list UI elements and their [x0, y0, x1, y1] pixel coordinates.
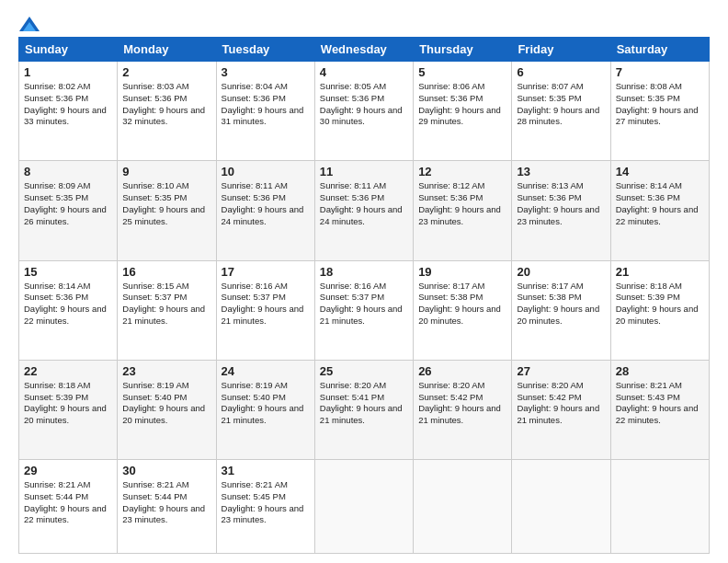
- calendar-cell: 11 Sunrise: 8:11 AMSunset: 5:36 PMDaylig…: [314, 161, 413, 260]
- day-number: 17: [222, 265, 310, 279]
- cell-info: Sunrise: 8:09 AMSunset: 5:35 PMDaylight:…: [24, 180, 107, 225]
- calendar-cell: [314, 460, 413, 554]
- calendar-cell: 27 Sunrise: 8:20 AMSunset: 5:42 PMDaylig…: [512, 360, 610, 459]
- cell-info: Sunrise: 8:11 AMSunset: 5:36 PMDaylight:…: [320, 180, 403, 225]
- cell-info: Sunrise: 8:14 AMSunset: 5:36 PMDaylight:…: [616, 180, 699, 225]
- logo: [18, 17, 41, 28]
- cell-info: Sunrise: 8:13 AMSunset: 5:36 PMDaylight:…: [517, 180, 599, 225]
- day-number: 11: [320, 165, 408, 178]
- logo-icon: [19, 17, 40, 31]
- day-number: 20: [517, 265, 605, 279]
- cell-info: Sunrise: 8:19 AMSunset: 5:40 PMDaylight:…: [222, 380, 304, 425]
- cell-info: Sunrise: 8:10 AMSunset: 5:35 PMDaylight:…: [122, 180, 205, 225]
- cell-info: Sunrise: 8:21 AMSunset: 5:44 PMDaylight:…: [24, 479, 107, 524]
- calendar-cell: 26 Sunrise: 8:20 AMSunset: 5:42 PMDaylig…: [414, 360, 512, 459]
- cell-info: Sunrise: 8:21 AMSunset: 5:45 PMDaylight:…: [222, 479, 304, 524]
- calendar-cell: 8 Sunrise: 8:09 AMSunset: 5:35 PMDayligh…: [19, 161, 118, 260]
- calendar-cell: 3 Sunrise: 8:04 AMSunset: 5:36 PMDayligh…: [216, 62, 314, 161]
- calendar-cell: 9 Sunrise: 8:10 AMSunset: 5:35 PMDayligh…: [118, 161, 216, 260]
- calendar-cell: 2 Sunrise: 8:03 AMSunset: 5:36 PMDayligh…: [118, 62, 216, 161]
- calendar-day-header: Saturday: [610, 38, 709, 62]
- cell-info: Sunrise: 8:18 AMSunset: 5:39 PMDaylight:…: [616, 281, 699, 326]
- day-number: 7: [616, 65, 704, 79]
- day-number: 6: [517, 65, 605, 79]
- calendar-day-header: Monday: [118, 38, 216, 62]
- calendar-day-header: Thursday: [414, 38, 512, 62]
- calendar-cell: 6 Sunrise: 8:07 AMSunset: 5:35 PMDayligh…: [512, 62, 610, 161]
- calendar-cell: 15 Sunrise: 8:14 AMSunset: 5:36 PMDaylig…: [19, 260, 118, 360]
- calendar-cell: 13 Sunrise: 8:13 AMSunset: 5:36 PMDaylig…: [512, 161, 610, 260]
- day-number: 2: [122, 65, 210, 79]
- day-number: 30: [122, 464, 210, 477]
- cell-info: Sunrise: 8:20 AMSunset: 5:42 PMDaylight:…: [418, 380, 501, 425]
- day-number: 14: [616, 165, 704, 178]
- day-number: 16: [122, 265, 210, 279]
- cell-info: Sunrise: 8:16 AMSunset: 5:37 PMDaylight:…: [320, 281, 403, 326]
- cell-info: Sunrise: 8:06 AMSunset: 5:36 PMDaylight:…: [418, 81, 501, 126]
- day-number: 15: [24, 265, 112, 279]
- calendar: SundayMondayTuesdayWednesdayThursdayFrid…: [18, 37, 710, 554]
- cell-info: Sunrise: 8:16 AMSunset: 5:37 PMDaylight:…: [222, 281, 304, 326]
- day-number: 18: [320, 265, 408, 279]
- day-number: 5: [418, 65, 506, 79]
- cell-info: Sunrise: 8:04 AMSunset: 5:36 PMDaylight:…: [222, 81, 304, 126]
- day-number: 26: [418, 364, 506, 378]
- calendar-cell: 16 Sunrise: 8:15 AMSunset: 5:37 PMDaylig…: [118, 260, 216, 360]
- cell-info: Sunrise: 8:14 AMSunset: 5:36 PMDaylight:…: [24, 281, 107, 326]
- day-number: 8: [24, 165, 112, 178]
- calendar-day-header: Sunday: [19, 38, 118, 62]
- calendar-cell: 21 Sunrise: 8:18 AMSunset: 5:39 PMDaylig…: [610, 260, 709, 360]
- calendar-cell: 12 Sunrise: 8:12 AMSunset: 5:36 PMDaylig…: [414, 161, 512, 260]
- day-number: 22: [24, 364, 112, 378]
- calendar-cell: 1 Sunrise: 8:02 AMSunset: 5:36 PMDayligh…: [19, 62, 118, 161]
- cell-info: Sunrise: 8:08 AMSunset: 5:35 PMDaylight:…: [616, 81, 699, 126]
- header: [18, 17, 710, 28]
- calendar-cell: 24 Sunrise: 8:19 AMSunset: 5:40 PMDaylig…: [216, 360, 314, 459]
- cell-info: Sunrise: 8:21 AMSunset: 5:43 PMDaylight:…: [616, 380, 699, 425]
- day-number: 3: [222, 65, 310, 79]
- day-number: 24: [222, 364, 310, 378]
- day-number: 9: [122, 165, 210, 178]
- cell-info: Sunrise: 8:20 AMSunset: 5:42 PMDaylight:…: [517, 380, 599, 425]
- calendar-cell: 22 Sunrise: 8:18 AMSunset: 5:39 PMDaylig…: [19, 360, 118, 459]
- cell-info: Sunrise: 8:12 AMSunset: 5:36 PMDaylight:…: [418, 180, 501, 225]
- calendar-cell: 29 Sunrise: 8:21 AMSunset: 5:44 PMDaylig…: [19, 460, 118, 554]
- calendar-header-row: SundayMondayTuesdayWednesdayThursdayFrid…: [19, 38, 710, 62]
- calendar-cell: 7 Sunrise: 8:08 AMSunset: 5:35 PMDayligh…: [610, 62, 709, 161]
- cell-info: Sunrise: 8:03 AMSunset: 5:36 PMDaylight:…: [122, 81, 205, 126]
- cell-info: Sunrise: 8:20 AMSunset: 5:41 PMDaylight:…: [320, 380, 403, 425]
- cell-info: Sunrise: 8:15 AMSunset: 5:37 PMDaylight:…: [122, 281, 205, 326]
- cell-info: Sunrise: 8:17 AMSunset: 5:38 PMDaylight:…: [517, 281, 599, 326]
- calendar-cell: 14 Sunrise: 8:14 AMSunset: 5:36 PMDaylig…: [610, 161, 709, 260]
- calendar-cell: 31 Sunrise: 8:21 AMSunset: 5:45 PMDaylig…: [216, 460, 314, 554]
- calendar-day-header: Tuesday: [216, 38, 314, 62]
- calendar-cell: [610, 460, 709, 554]
- calendar-cell: [512, 460, 610, 554]
- calendar-day-header: Wednesday: [314, 38, 413, 62]
- day-number: 1: [24, 65, 112, 79]
- day-number: 19: [418, 265, 506, 279]
- calendar-cell: 23 Sunrise: 8:19 AMSunset: 5:40 PMDaylig…: [118, 360, 216, 459]
- page: SundayMondayTuesdayWednesdayThursdayFrid…: [0, 0, 728, 563]
- cell-info: Sunrise: 8:05 AMSunset: 5:36 PMDaylight:…: [320, 81, 403, 126]
- cell-info: Sunrise: 8:02 AMSunset: 5:36 PMDaylight:…: [24, 81, 107, 126]
- day-number: 25: [320, 364, 408, 378]
- calendar-cell: 28 Sunrise: 8:21 AMSunset: 5:43 PMDaylig…: [610, 360, 709, 459]
- calendar-cell: 25 Sunrise: 8:20 AMSunset: 5:41 PMDaylig…: [314, 360, 413, 459]
- cell-info: Sunrise: 8:07 AMSunset: 5:35 PMDaylight:…: [517, 81, 599, 126]
- cell-info: Sunrise: 8:18 AMSunset: 5:39 PMDaylight:…: [24, 380, 107, 425]
- calendar-cell: 17 Sunrise: 8:16 AMSunset: 5:37 PMDaylig…: [216, 260, 314, 360]
- day-number: 13: [517, 165, 605, 178]
- day-number: 28: [616, 364, 704, 378]
- cell-info: Sunrise: 8:11 AMSunset: 5:36 PMDaylight:…: [222, 180, 304, 225]
- calendar-cell: 5 Sunrise: 8:06 AMSunset: 5:36 PMDayligh…: [414, 62, 512, 161]
- calendar-cell: 20 Sunrise: 8:17 AMSunset: 5:38 PMDaylig…: [512, 260, 610, 360]
- day-number: 23: [122, 364, 210, 378]
- calendar-cell: 10 Sunrise: 8:11 AMSunset: 5:36 PMDaylig…: [216, 161, 314, 260]
- calendar-day-header: Friday: [512, 38, 610, 62]
- day-number: 27: [517, 364, 605, 378]
- day-number: 29: [24, 464, 112, 477]
- calendar-cell: [414, 460, 512, 554]
- day-number: 12: [418, 165, 506, 178]
- calendar-cell: 19 Sunrise: 8:17 AMSunset: 5:38 PMDaylig…: [414, 260, 512, 360]
